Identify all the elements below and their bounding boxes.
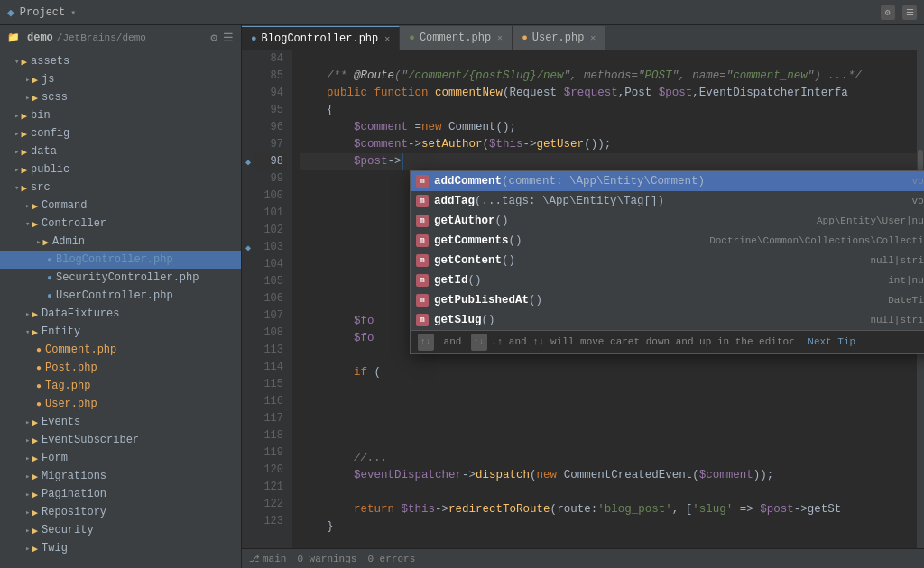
sidebar-item-admin[interactable]: ▶ Admin	[0, 233, 241, 251]
gutter-95	[242, 102, 254, 119]
folder-icon-datafixtures: ▶	[32, 308, 38, 320]
sidebar-item-securitycontroller[interactable]: ● SecurityController.php	[0, 269, 241, 287]
gutter-84	[242, 50, 254, 68]
sidebar-item-command[interactable]: ▶ Command	[0, 197, 241, 215]
kw-new-96: new	[421, 119, 442, 136]
sidebar-project-path: /JetBrains/demo	[57, 32, 146, 43]
ac-item-getslug[interactable]: m getSlug() null|string	[411, 310, 924, 330]
ln-103: 103	[254, 239, 287, 256]
ac-icon-addcomment: m	[416, 175, 429, 188]
var-post: $post	[659, 85, 693, 102]
ac-type-addtag: void	[773, 193, 924, 210]
folder-icon-security: ▶	[32, 525, 38, 536]
sidebar-item-form[interactable]: ▶ Form	[0, 449, 241, 467]
autocomplete-popup[interactable]: m addComment(comment: \App\Entity\Commen…	[410, 170, 924, 354]
ln-122: 122	[254, 496, 287, 513]
sidebar-item-scss[interactable]: ▶ scss	[0, 88, 241, 106]
tab-comment[interactable]: ● Comment.php ✕	[400, 26, 513, 50]
settings-btn[interactable]: ⚙	[881, 5, 895, 20]
sidebar-header: 📁 demo /JetBrains/demo ⚙ ☰	[0, 25, 241, 50]
var-this-97: $this	[489, 136, 523, 153]
sidebar-item-blogcontroller[interactable]: ● BlogController.php	[0, 251, 241, 269]
folder-icon-entity: ▶	[32, 326, 38, 338]
ac-item-getcontent[interactable]: m getContent() null|string	[411, 251, 924, 270]
sidebar-settings-icon[interactable]: ⚙	[210, 31, 217, 45]
status-warnings-label: 0 warnings	[297, 554, 356, 564]
sidebar-item-controller[interactable]: ▶ Controller	[0, 215, 241, 233]
sidebar-item-eventsubscriber[interactable]: ▶ EventSubscriber	[0, 431, 241, 449]
sidebar-item-security[interactable]: ▶ Security	[0, 521, 241, 539]
tab-close-blogcontroller[interactable]: ✕	[384, 33, 390, 44]
project-dropdown-icon[interactable]: ▾	[70, 7, 76, 18]
sidebar-item-post-php[interactable]: ● Post.php	[0, 359, 241, 377]
tab-close-comment[interactable]: ✕	[497, 32, 503, 43]
code-line-96: $comment = new Comment();	[300, 119, 924, 136]
sidebar-item-usercontroller[interactable]: ● UserController.php	[0, 287, 241, 305]
gutter-101	[242, 205, 254, 222]
var-post-slug: $post	[760, 501, 794, 518]
sidebar-item-public[interactable]: ▶ public	[0, 160, 241, 179]
ac-item-addtag[interactable]: m addTag(...tags: \App\Entity\Tag[]) voi…	[411, 191, 924, 211]
ac-hint-kbd-down: ↑↓	[418, 334, 434, 351]
sidebar-item-assets[interactable]: ▶ assets	[0, 52, 241, 70]
sidebar-item-repository[interactable]: ▶ Repository	[0, 503, 241, 521]
sidebar-item-user-php[interactable]: ● User.php	[0, 395, 241, 413]
sidebar-item-comment-php[interactable]: ● Comment.php	[0, 341, 241, 359]
folder-icon-form: ▶	[32, 453, 38, 464]
sidebar-item-migrations[interactable]: ▶ Migrations	[0, 467, 241, 485]
sidebar-item-src[interactable]: ▶ src	[0, 179, 241, 197]
ac-item-getcomments[interactable]: m getComments() Doctrine\Common\Collecti…	[411, 231, 924, 251]
sidebar-menu-icon[interactable]: ☰	[223, 31, 234, 45]
sidebar-item-data[interactable]: ▶ data	[0, 142, 241, 160]
folder-icon-command: ▶	[32, 200, 38, 212]
sidebar-item-datafixtures[interactable]: ▶ DataFixtures	[0, 305, 241, 323]
arrow-entity	[25, 327, 30, 337]
sidebar-item-config[interactable]: ▶ config	[0, 124, 241, 142]
sidebar-item-entity[interactable]: ▶ Entity	[0, 323, 241, 341]
list-btn[interactable]: ☰	[902, 5, 917, 20]
sidebar-item-events[interactable]: ▶ Events	[0, 413, 241, 431]
gutter-114	[242, 359, 254, 376]
sidebar-item-bin[interactable]: ▶ bin	[0, 106, 241, 124]
sidebar-item-tag-php[interactable]: ● Tag.php	[0, 377, 241, 395]
gutter-99	[242, 170, 254, 188]
sidebar-item-twig[interactable]: ▶ Twig	[0, 539, 241, 557]
cursor	[402, 153, 403, 170]
ac-item-getauthor[interactable]: m getAuthor() App\Entity\User|null	[411, 211, 924, 231]
editor-content[interactable]: ◆ ◆	[242, 50, 924, 548]
ln-102: 102	[254, 222, 287, 239]
code-line-97: $comment->setAuthor($this->getUser());	[300, 136, 924, 153]
folder-icon-eventsubscriber: ▶	[32, 435, 38, 446]
fn-dispatch: dispatch	[476, 467, 530, 484]
sidebar-item-pagination[interactable]: ▶ Pagination	[0, 485, 241, 503]
arrow-eventsubscriber	[25, 435, 30, 445]
tab-user[interactable]: ● User.php ✕	[513, 26, 605, 50]
sidebar-item-js[interactable]: ▶ js	[0, 70, 241, 88]
sidebar-item-label: Command	[42, 199, 87, 212]
arrow-scss	[25, 93, 30, 103]
ac-item-getid[interactable]: m getId() int|null	[411, 270, 924, 290]
gutter-123	[242, 513, 254, 530]
tab-blogcontroller[interactable]: ● BlogController.php ✕	[242, 26, 400, 50]
ac-item-addcomment[interactable]: m addComment(comment: \App\Entity\Commen…	[411, 171, 924, 191]
ac-type-getid: int|null	[773, 272, 924, 289]
kw-function: function	[374, 85, 429, 102]
ac-icon-getauthor: m	[416, 215, 429, 227]
ac-hint-link[interactable]: Next Tip	[808, 334, 855, 351]
ln-119: 119	[254, 444, 287, 462]
status-git[interactable]: ⎇ main	[249, 554, 286, 564]
code-area[interactable]: /** @Route("/comment/{postSlug}/new", me…	[292, 50, 924, 548]
ac-item-getpublishedat[interactable]: m getPublishedAt() DateTime	[411, 290, 924, 310]
code-line-98: $post->	[300, 153, 924, 170]
file-icon-usercontroller: ●	[47, 291, 52, 301]
code-line-108: $eventDispatcher->dispatch(new CommentCr…	[300, 467, 924, 484]
type-request: Request	[510, 85, 558, 102]
file-icon-post: ●	[36, 363, 42, 373]
arrow-bin	[14, 111, 19, 121]
status-git-label: main	[263, 554, 286, 564]
var-request: $request	[564, 85, 618, 102]
folder-icon-repository: ▶	[32, 507, 38, 518]
arrow-security	[25, 526, 30, 536]
gutter-117	[242, 410, 254, 427]
tab-close-user[interactable]: ✕	[590, 32, 596, 43]
